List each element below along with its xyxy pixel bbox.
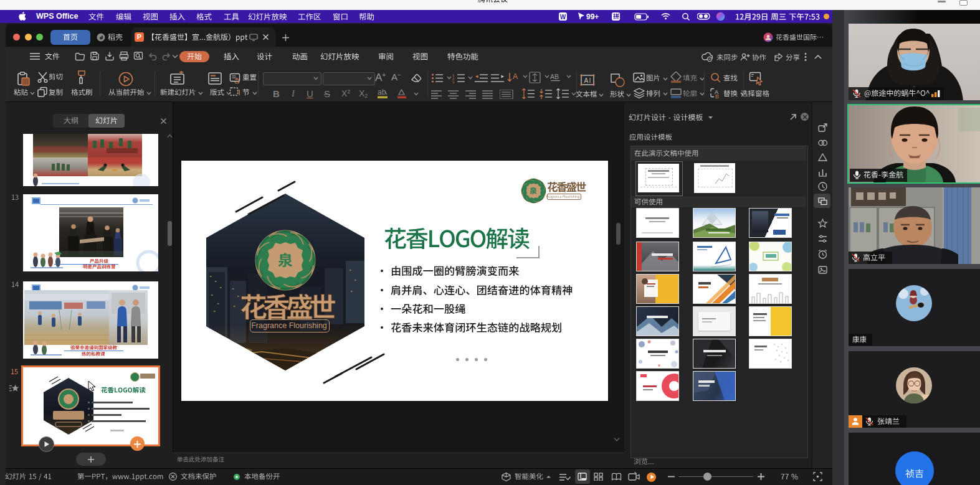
svg-text:AB: AB: [550, 73, 559, 80]
svg-text:A: A: [513, 72, 518, 81]
svg-text:A: A: [584, 77, 589, 84]
svg-text:B: B: [715, 93, 719, 99]
svg-text:ab: ab: [378, 88, 386, 97]
svg-text:3: 3: [452, 81, 455, 84]
svg-text:W: W: [560, 14, 566, 21]
